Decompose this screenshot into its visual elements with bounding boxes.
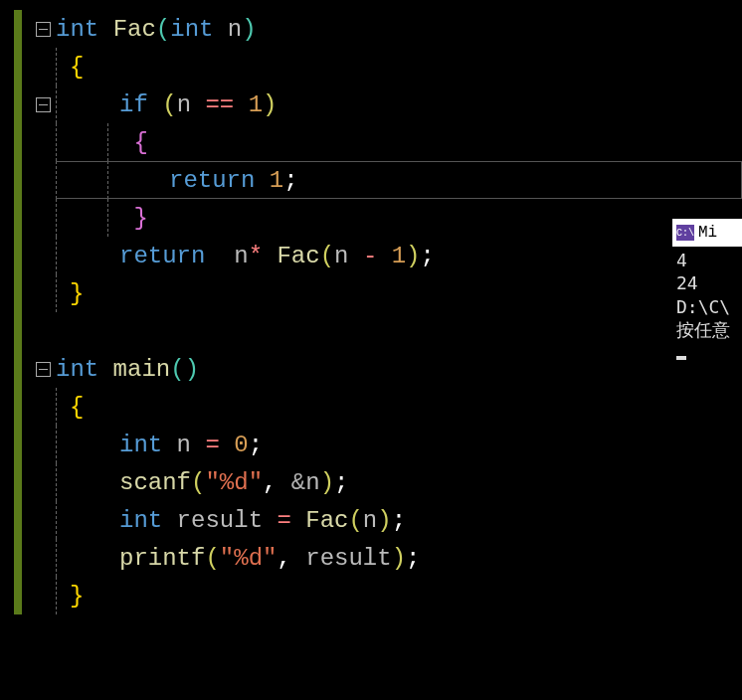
code-text: return n* Fac(n - 1); <box>119 243 435 269</box>
code-line[interactable]: { <box>0 388 742 426</box>
gutter <box>0 10 56 48</box>
code-line[interactable]: int main() <box>0 350 742 388</box>
code-line[interactable]: return 1; <box>0 161 742 199</box>
console-title-text: Mi <box>698 224 717 242</box>
console-titlebar[interactable]: C:\ Mi <box>672 219 742 247</box>
code-line[interactable] <box>0 312 742 350</box>
fold-icon[interactable] <box>36 97 51 112</box>
code-line[interactable]: scanf("%d", &n); <box>0 463 742 501</box>
code-text: int Fac(int n) <box>56 16 257 43</box>
code-text: return 1; <box>169 167 298 194</box>
code-text: scanf("%d", &n); <box>119 469 348 496</box>
fold-icon[interactable] <box>36 22 51 37</box>
console-window[interactable]: C:\ Mi 4 24 D:\C\ 按任意 <box>672 219 742 367</box>
cursor-icon <box>676 356 686 360</box>
code-text: int main() <box>56 356 199 383</box>
code-line[interactable]: { <box>0 123 742 161</box>
code-text: printf("%d", result); <box>119 545 420 572</box>
code-line[interactable]: if (n == 1) <box>0 86 742 123</box>
code-line[interactable]: } <box>0 577 742 614</box>
code-line[interactable]: return n* Fac(n - 1); <box>0 237 742 274</box>
code-line[interactable]: int n = 0; <box>0 426 742 463</box>
code-text: if (n == 1) <box>119 91 277 118</box>
fold-icon[interactable] <box>36 362 51 377</box>
code-line[interactable]: { <box>0 48 742 86</box>
code-editor[interactable]: int Fac(int n) { if (n == 1) { return 1;… <box>0 0 742 700</box>
code-line[interactable]: int result = Fac(n); <box>0 501 742 539</box>
console-icon: C:\ <box>676 225 694 241</box>
console-output: 4 24 D:\C\ 按任意 <box>672 247 742 367</box>
code-line[interactable]: } <box>0 199 742 237</box>
code-text: int n = 0; <box>119 432 263 458</box>
code-line[interactable]: } <box>0 274 742 312</box>
code-text: int result = Fac(n); <box>119 507 406 534</box>
code-line[interactable]: printf("%d", result); <box>0 539 742 577</box>
code-line[interactable]: int Fac(int n) <box>0 10 742 48</box>
